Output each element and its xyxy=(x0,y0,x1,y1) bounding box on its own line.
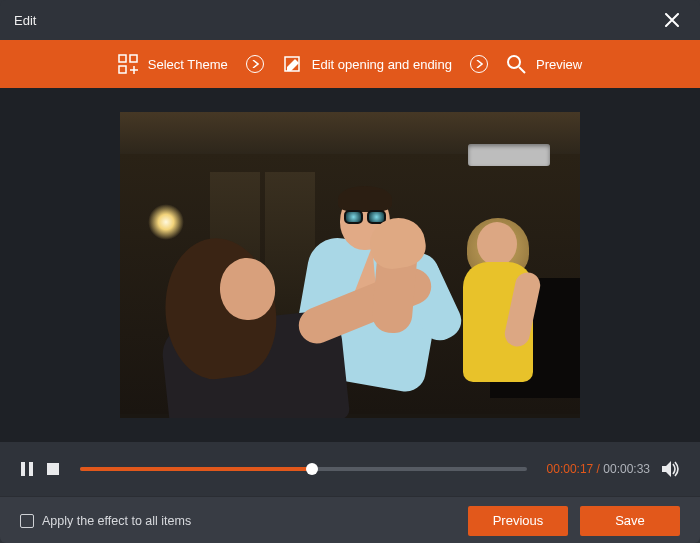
pause-icon xyxy=(21,462,33,476)
stop-icon xyxy=(47,463,59,475)
edit-toolbar: Select Theme Edit opening and ending Pre… xyxy=(0,40,700,88)
total-time: 00:00:33 xyxy=(603,462,650,476)
previous-button[interactable]: Previous xyxy=(468,506,568,536)
svg-rect-0 xyxy=(119,55,126,62)
svg-rect-2 xyxy=(119,66,126,73)
svg-rect-1 xyxy=(130,55,137,62)
chevron-right-icon xyxy=(475,60,483,68)
current-time: 00:00:17 xyxy=(547,462,594,476)
progress-bar[interactable] xyxy=(80,467,527,471)
edit-icon xyxy=(282,54,302,74)
close-icon xyxy=(665,13,679,27)
preview-label: Preview xyxy=(536,57,582,72)
step-arrow-1 xyxy=(246,55,264,73)
svg-rect-5 xyxy=(29,462,33,476)
player-controls: 00:00:17 / 00:00:33 xyxy=(0,442,700,496)
volume-icon xyxy=(662,461,680,477)
checkbox-icon xyxy=(20,514,34,528)
apply-all-checkbox[interactable]: Apply the effect to all items xyxy=(20,514,191,528)
edit-opening-ending-button[interactable]: Edit opening and ending xyxy=(282,54,452,74)
select-theme-label: Select Theme xyxy=(148,57,228,72)
footer-bar: Apply the effect to all items Previous S… xyxy=(0,496,700,543)
select-theme-button[interactable]: Select Theme xyxy=(118,54,228,74)
stop-button[interactable] xyxy=(46,462,60,476)
window-title: Edit xyxy=(14,13,36,28)
save-button[interactable]: Save xyxy=(580,506,680,536)
preview-button[interactable]: Preview xyxy=(506,54,582,74)
footer-buttons: Previous Save xyxy=(468,506,680,536)
svg-point-3 xyxy=(508,56,520,68)
video-area xyxy=(0,88,700,442)
close-button[interactable] xyxy=(658,6,686,34)
time-display: 00:00:17 / 00:00:33 xyxy=(547,462,650,476)
title-bar: Edit xyxy=(0,0,700,40)
video-preview[interactable] xyxy=(120,112,580,418)
svg-rect-4 xyxy=(21,462,25,476)
edit-opening-ending-label: Edit opening and ending xyxy=(312,57,452,72)
volume-button[interactable] xyxy=(662,462,680,476)
magnifier-icon xyxy=(506,54,526,74)
apply-all-label: Apply the effect to all items xyxy=(42,514,191,528)
pause-button[interactable] xyxy=(20,462,34,476)
theme-icon xyxy=(118,54,138,74)
step-arrow-2 xyxy=(470,55,488,73)
svg-rect-6 xyxy=(47,463,59,475)
chevron-right-icon xyxy=(251,60,259,68)
